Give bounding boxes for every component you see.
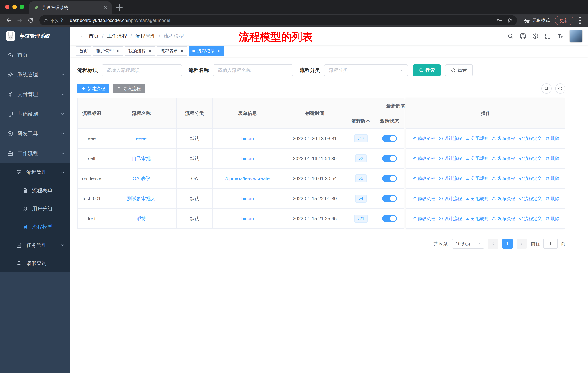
- process-name-input[interactable]: [213, 64, 293, 76]
- action-design-link[interactable]: 设计流程: [439, 156, 462, 161]
- action-publish-link[interactable]: 发布流程: [492, 135, 515, 141]
- form-info-link[interactable]: biubiu: [241, 136, 254, 141]
- sidebar-item-user-group[interactable]: 用户分组: [0, 200, 70, 218]
- action-edit-link[interactable]: 修改流程: [412, 196, 435, 202]
- close-icon[interactable]: [116, 49, 120, 53]
- process-name-link[interactable]: 测试多审批人: [127, 195, 156, 202]
- form-info-link[interactable]: biubiu: [241, 156, 254, 161]
- form-info-link[interactable]: /bpm/oa/leave/create: [225, 176, 270, 181]
- tag-tenant-mgmt[interactable]: 租户管理: [93, 46, 123, 56]
- close-window-button[interactable]: [5, 5, 10, 9]
- action-trash-link[interactable]: 删除: [545, 176, 560, 181]
- tag-process-model[interactable]: 流程模型: [189, 46, 224, 56]
- sidebar-toggle-icon[interactable]: [76, 32, 83, 40]
- sidebar-item-workflow[interactable]: 工作流程: [0, 143, 70, 163]
- action-publish-link[interactable]: 发布流程: [492, 196, 515, 202]
- password-key-icon[interactable]: [496, 18, 502, 23]
- sidebar-item-task-mgmt[interactable]: 任务管理: [0, 236, 70, 254]
- breadcrumb-home[interactable]: 首页: [89, 33, 99, 40]
- action-design-link[interactable]: 设计流程: [439, 176, 462, 181]
- form-info-link[interactable]: biubiu: [241, 196, 254, 202]
- process-name-link[interactable]: eeee: [136, 136, 147, 141]
- reset-button[interactable]: 重置: [445, 64, 473, 76]
- sidebar-item-home[interactable]: 首页: [0, 45, 70, 65]
- tab-close-icon[interactable]: [103, 5, 109, 10]
- sidebar-item-process-form[interactable]: 流程表单: [0, 181, 70, 200]
- active-toggle[interactable]: [382, 135, 397, 142]
- action-trash-link[interactable]: 删除: [545, 156, 560, 161]
- action-publish-link[interactable]: 发布流程: [492, 156, 515, 161]
- sidebar-item-devtools[interactable]: 研发工具: [0, 124, 70, 143]
- close-icon[interactable]: [217, 49, 221, 53]
- security-indicator[interactable]: 不安全: [44, 18, 67, 23]
- action-assign-link[interactable]: 分配规则: [465, 196, 488, 202]
- active-toggle[interactable]: [382, 155, 397, 162]
- next-page-button[interactable]: [516, 239, 527, 249]
- import-process-button[interactable]: 导入流程: [113, 84, 145, 93]
- process-name-link[interactable]: 自己审批: [132, 155, 151, 162]
- tag-my-process[interactable]: 我的流程: [125, 46, 155, 56]
- action-trash-link[interactable]: 删除: [545, 216, 560, 222]
- tag-home[interactable]: 首页: [76, 46, 91, 56]
- category-select[interactable]: 流程分类: [324, 64, 408, 76]
- update-chip[interactable]: 更新: [555, 16, 573, 25]
- prev-page-button[interactable]: [488, 239, 498, 249]
- action-edit-link[interactable]: 修改流程: [412, 216, 435, 222]
- form-info-link[interactable]: biubiu: [241, 216, 254, 222]
- action-assign-link[interactable]: 分配规则: [465, 216, 488, 222]
- action-trash-link[interactable]: 删除: [545, 135, 560, 141]
- fullscreen-icon[interactable]: [545, 33, 551, 39]
- refresh-table-button[interactable]: [555, 83, 565, 94]
- sidebar-item-system[interactable]: 系统管理: [0, 65, 70, 84]
- action-link-link[interactable]: 流程定义: [518, 196, 542, 202]
- address-bar[interactable]: 不安全 dashboard.yudao.iocoder.cn/bpm/manag…: [39, 15, 517, 26]
- goto-page-input[interactable]: [543, 239, 558, 249]
- action-publish-link[interactable]: 发布流程: [492, 176, 515, 181]
- browser-tab[interactable]: 芋道管理系统: [29, 1, 112, 14]
- help-icon[interactable]: [532, 33, 538, 39]
- action-link-link[interactable]: 流程定义: [518, 135, 542, 141]
- sidebar-item-infrastructure[interactable]: 基础设施: [0, 104, 70, 124]
- action-assign-link[interactable]: 分配规则: [465, 176, 488, 181]
- action-trash-link[interactable]: 删除: [545, 196, 560, 202]
- github-icon[interactable]: [520, 33, 526, 39]
- user-avatar[interactable]: [569, 30, 583, 43]
- action-edit-link[interactable]: 修改流程: [412, 156, 435, 161]
- close-icon[interactable]: [148, 49, 152, 53]
- app-logo[interactable]: 芋道管理系统: [0, 27, 70, 45]
- action-design-link[interactable]: 设计流程: [439, 196, 462, 202]
- process-key-input[interactable]: [102, 64, 182, 76]
- reload-button[interactable]: [26, 15, 36, 26]
- action-link-link[interactable]: 流程定义: [518, 216, 542, 222]
- active-toggle[interactable]: [382, 215, 397, 222]
- sidebar-item-process-mgmt[interactable]: 流程管理: [0, 163, 70, 181]
- create-process-button[interactable]: 新建流程: [77, 84, 109, 93]
- action-assign-link[interactable]: 分配规则: [465, 135, 488, 141]
- active-toggle[interactable]: [382, 175, 397, 182]
- browser-menu-button[interactable]: [576, 16, 584, 25]
- breadcrumb-process-mgmt[interactable]: 流程管理: [127, 33, 156, 40]
- sidebar-item-payment[interactable]: 支付管理: [0, 84, 70, 104]
- forward-button[interactable]: [15, 15, 25, 26]
- search-button[interactable]: 搜索: [413, 64, 441, 76]
- action-edit-link[interactable]: 修改流程: [412, 176, 435, 181]
- breadcrumb-workflow[interactable]: 工作流程: [99, 33, 127, 40]
- page-size-select[interactable]: 10条/页: [452, 239, 484, 249]
- action-publish-link[interactable]: 发布流程: [492, 216, 515, 222]
- toggle-search-button[interactable]: [541, 83, 552, 94]
- bookmark-star-icon[interactable]: [507, 18, 513, 23]
- page-1-button[interactable]: 1: [502, 239, 513, 249]
- action-assign-link[interactable]: 分配规则: [465, 156, 488, 161]
- search-icon[interactable]: [507, 33, 514, 39]
- process-name-link[interactable]: 滔博: [136, 215, 146, 222]
- active-toggle[interactable]: [382, 195, 397, 202]
- minimize-window-button[interactable]: [12, 5, 17, 9]
- process-name-link[interactable]: OA 请假: [133, 175, 150, 182]
- action-design-link[interactable]: 设计流程: [439, 135, 462, 141]
- action-link-link[interactable]: 流程定义: [518, 156, 542, 161]
- sidebar-item-leave-query[interactable]: 请假查询: [0, 254, 70, 272]
- back-button[interactable]: [4, 15, 14, 26]
- font-size-icon[interactable]: [557, 33, 563, 39]
- close-icon[interactable]: [180, 49, 184, 53]
- new-tab-button[interactable]: [115, 3, 124, 12]
